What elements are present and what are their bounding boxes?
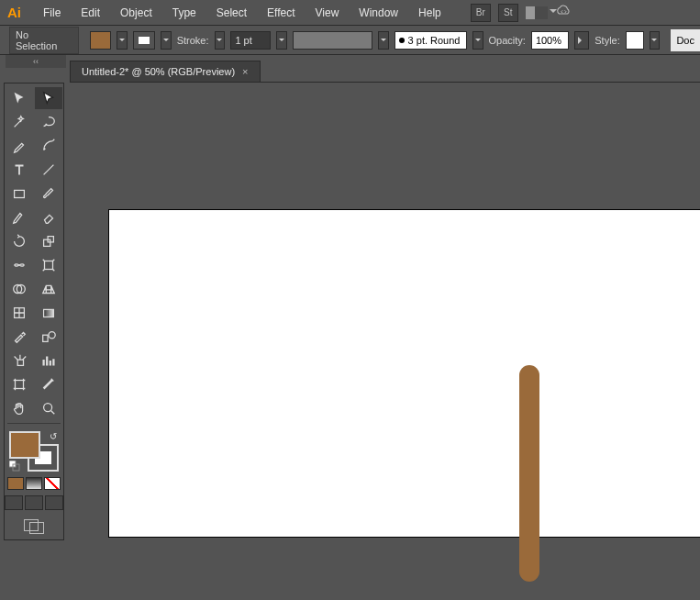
screen-mode-row	[5, 495, 63, 510]
mesh-tool[interactable]	[6, 302, 33, 324]
svg-rect-1	[44, 239, 50, 246]
svg-point-12	[44, 404, 52, 412]
variable-width-dropdown[interactable]	[378, 31, 389, 50]
stroke-weight-dropdown[interactable]	[276, 31, 287, 50]
close-tab-button[interactable]: ×	[242, 66, 248, 77]
slice-tool[interactable]	[35, 373, 62, 395]
fill-swatch[interactable]	[90, 31, 112, 50]
shaper-tool[interactable]	[6, 206, 33, 228]
menu-file[interactable]: File	[34, 3, 70, 23]
brush-definition[interactable]: 3 pt. Round	[394, 31, 467, 50]
swap-fill-stroke-icon[interactable]: ↺	[50, 431, 57, 441]
fill-dropdown[interactable]	[117, 31, 128, 50]
svg-rect-8	[43, 335, 48, 341]
default-fill-stroke-icon[interactable]	[9, 461, 20, 472]
opacity-label: Opacity:	[489, 35, 526, 46]
menubar: Ai File Edit Object Type Select Effect V…	[0, 0, 700, 26]
scale-tool[interactable]	[35, 230, 62, 252]
gradient-tool[interactable]	[35, 302, 62, 324]
sync-icon[interactable]	[555, 4, 572, 21]
color-mode-btn[interactable]	[7, 477, 24, 490]
graphic-style-dropdown[interactable]	[650, 31, 661, 50]
draw-behind-btn[interactable]	[25, 495, 43, 510]
pen-tool[interactable]	[6, 135, 33, 157]
stroke-label: Stroke:	[177, 35, 209, 46]
artboard[interactable]	[108, 209, 700, 538]
eraser-tool[interactable]	[35, 206, 62, 228]
selection-tool[interactable]	[6, 87, 33, 109]
opacity-field[interactable]: 100%	[531, 31, 570, 50]
style-label: Style:	[594, 35, 620, 46]
zoom-tool[interactable]	[35, 397, 62, 419]
eyedropper-tool[interactable]	[6, 326, 33, 348]
menu-window[interactable]: Window	[350, 3, 407, 23]
document-setup-button[interactable]: Doc	[671, 29, 700, 51]
app-logo: Ai	[7, 5, 21, 20]
brush-dropdown[interactable]	[472, 31, 483, 50]
menu-effect[interactable]: Effect	[258, 3, 304, 23]
document-tab-bar: ‹‹ Untitled-2* @ 50% (RGB/Preview) ×	[70, 55, 700, 83]
draw-mode-row	[7, 477, 61, 490]
stroke-swatch[interactable]	[133, 31, 155, 50]
lasso-tool[interactable]	[35, 111, 62, 133]
document-tab-title: Untitled-2* @ 50% (RGB/Preview)	[82, 66, 235, 77]
svg-rect-10	[17, 360, 23, 365]
tools-divider	[7, 423, 61, 424]
menu-object[interactable]: Object	[111, 3, 161, 23]
column-graph-tool[interactable]	[35, 350, 62, 372]
svg-rect-11	[16, 381, 24, 389]
symbol-sprayer-tool[interactable]	[6, 350, 33, 372]
variable-width-profile[interactable]	[293, 31, 372, 50]
rectangle-tool[interactable]	[6, 183, 33, 205]
panel-collapse-handle[interactable]: ‹‹	[6, 55, 66, 68]
gradient-mode-btn[interactable]	[26, 477, 42, 490]
opacity-flyout[interactable]	[574, 31, 589, 50]
none-mode-btn[interactable]	[44, 477, 61, 490]
menu-select[interactable]: Select	[207, 3, 256, 23]
menu-help[interactable]: Help	[409, 3, 450, 23]
options-bar: No Selection Stroke: 1 pt 3 pt. Round Op…	[0, 26, 700, 55]
stroke-dropdown[interactable]	[161, 31, 172, 50]
perspective-grid-tool[interactable]	[35, 278, 62, 300]
blend-tool[interactable]	[35, 326, 62, 348]
selection-status: No Selection	[9, 27, 79, 54]
svg-point-9	[49, 332, 55, 339]
hand-tool[interactable]	[6, 397, 33, 419]
svg-rect-0	[15, 190, 25, 197]
screen-mode-button[interactable]	[24, 519, 44, 534]
stroke-weight-stepper[interactable]	[215, 31, 226, 50]
brush-label: 3 pt. Round	[408, 35, 461, 46]
type-tool[interactable]	[6, 159, 33, 181]
stroke-weight-field[interactable]: 1 pt	[230, 31, 271, 50]
curvature-tool[interactable]	[35, 135, 62, 157]
rotate-tool[interactable]	[6, 230, 33, 252]
brush-dot-icon	[399, 38, 405, 43]
svg-rect-7	[44, 309, 54, 317]
width-tool[interactable]	[6, 254, 33, 276]
color-proxy: ↺	[7, 429, 61, 473]
menu-view[interactable]: View	[306, 3, 349, 23]
fill-color-proxy[interactable]	[9, 431, 40, 459]
svg-rect-3	[45, 261, 53, 270]
direct-selection-tool[interactable]	[35, 87, 62, 109]
tools-panel: ↺	[4, 83, 64, 540]
drawn-shape-stick[interactable]	[519, 365, 539, 582]
workspace-switcher[interactable]	[526, 6, 548, 19]
menu-type[interactable]: Type	[163, 3, 206, 23]
stock-button[interactable]: St	[498, 4, 518, 22]
shape-builder-tool[interactable]	[6, 278, 33, 300]
magic-wand-tool[interactable]	[6, 111, 33, 133]
draw-normal-btn[interactable]	[5, 495, 23, 510]
graphic-style-swatch[interactable]	[626, 31, 644, 50]
paintbrush-tool[interactable]	[35, 183, 62, 205]
line-segment-tool[interactable]	[35, 159, 62, 181]
draw-inside-btn[interactable]	[45, 495, 63, 510]
artboard-tool[interactable]	[6, 373, 33, 395]
bridge-button[interactable]: Br	[471, 4, 491, 22]
menu-edit[interactable]: Edit	[72, 3, 109, 23]
free-transform-tool[interactable]	[35, 254, 62, 276]
canvas-area[interactable]	[70, 84, 700, 600]
document-tab[interactable]: Untitled-2* @ 50% (RGB/Preview) ×	[70, 61, 261, 82]
